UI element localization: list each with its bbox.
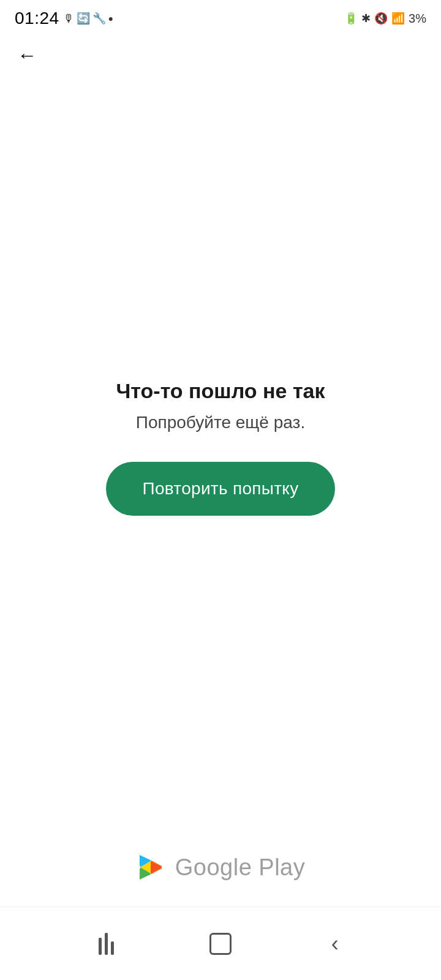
recents-icon: [99, 933, 114, 955]
google-play-logo-icon: [136, 853, 165, 882]
nav-back-button[interactable]: ‹: [311, 925, 360, 962]
error-subtitle: Попробуйте ещё раз.: [136, 413, 305, 432]
main-content: Что-то пошло не так Попробуйте ещё раз. …: [0, 0, 441, 894]
google-play-text: Google Play: [175, 854, 306, 881]
svg-marker-8: [151, 861, 162, 873]
back-chevron-icon: ‹: [331, 933, 339, 955]
bottom-nav: ‹: [0, 907, 441, 980]
error-title: Что-то пошло не так: [116, 379, 325, 403]
error-section: Что-то пошло не так Попробуйте ещё раз. …: [106, 379, 336, 516]
retry-button[interactable]: Повторить попытку: [106, 462, 336, 516]
google-play-footer: Google Play: [0, 840, 441, 894]
nav-home-button[interactable]: [196, 925, 245, 962]
home-icon: [209, 933, 232, 955]
nav-recents-button[interactable]: [81, 925, 130, 962]
